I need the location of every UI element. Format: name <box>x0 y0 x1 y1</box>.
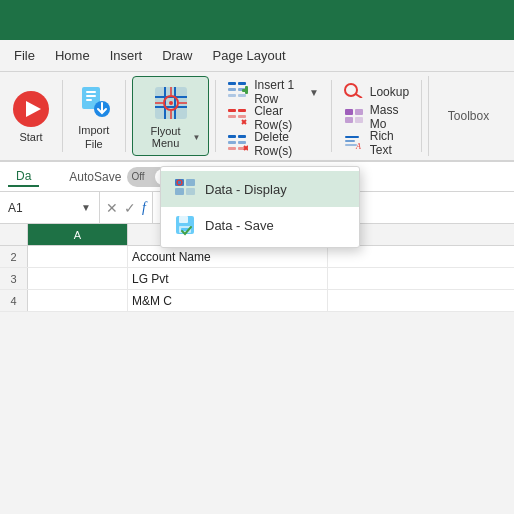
cancel-formula-icon[interactable]: ✕ <box>106 200 118 216</box>
svg-rect-53 <box>186 188 195 195</box>
toggle-off-label: Off <box>131 171 144 182</box>
menu-home[interactable]: Home <box>45 44 100 67</box>
separator-4 <box>331 80 332 152</box>
clear-row-icon <box>228 109 248 128</box>
data-display-icon <box>173 177 197 201</box>
dropdown-item-data-save[interactable]: Data - Save <box>161 207 359 243</box>
cell-A3[interactable] <box>28 268 128 289</box>
svg-rect-60 <box>179 216 188 223</box>
lookup-button[interactable]: Lookup <box>338 80 415 103</box>
separator-1 <box>62 80 63 152</box>
svg-rect-18 <box>228 82 236 85</box>
lookup-icon <box>344 82 364 101</box>
autosave-label: AutoSave <box>69 170 121 184</box>
svg-rect-47 <box>345 140 355 142</box>
svg-rect-23 <box>238 94 246 97</box>
toolbox-label: Toolbox <box>448 109 489 123</box>
dropdown-data-display-label: Data - Display <box>205 182 287 197</box>
svg-rect-45 <box>355 117 363 123</box>
cell-B2[interactable]: Account Name <box>128 246 328 267</box>
table-row: 4 M&M C <box>0 290 514 312</box>
delete-row-button[interactable]: Delete Row(s) <box>222 132 325 156</box>
top-bar <box>0 0 514 40</box>
lookup-label: Lookup <box>370 85 409 99</box>
cell-reference: A1 <box>8 201 23 215</box>
svg-point-40 <box>345 84 357 96</box>
separator-3 <box>215 80 216 152</box>
insert-row-chevron-icon[interactable]: ▼ <box>309 87 319 98</box>
rich-text-icon: A <box>344 134 364 153</box>
table-row: 3 LG Pvt <box>0 268 514 290</box>
flyout-menu-button[interactable]: Flyout Menu ▼ <box>132 76 210 156</box>
svg-rect-33 <box>238 135 246 138</box>
start-icon <box>11 89 51 129</box>
rich-text-button[interactable]: A Rich Text <box>338 131 415 155</box>
ribbon: Start Import File <box>0 72 514 162</box>
clear-row-label: Clear Row(s) <box>254 104 319 132</box>
corner-cell <box>0 224 28 245</box>
clear-row-button[interactable]: Clear Row(s) <box>222 106 325 130</box>
svg-rect-42 <box>345 109 353 115</box>
flyout-icon <box>151 83 191 123</box>
import-file-button[interactable]: Import File <box>69 76 119 156</box>
svg-point-13 <box>169 101 173 105</box>
flyout-chevron-icon: ▼ <box>192 133 200 142</box>
ribbon-col-tools: Lookup Mass Mo A <box>338 76 415 156</box>
name-box[interactable]: A1 ▼ <box>0 192 100 223</box>
start-button[interactable]: Start <box>6 76 56 156</box>
ribbon-col-insert: Insert 1 Row ▼ Clear Row(s) <box>222 76 325 156</box>
sub-tab-data[interactable]: Da <box>8 167 39 187</box>
svg-rect-20 <box>228 88 236 91</box>
flyout-dropdown-menu: Data - Display Data - Save <box>160 166 360 248</box>
menu-file[interactable]: File <box>4 44 45 67</box>
svg-text:A: A <box>355 142 361 150</box>
cell-B4[interactable]: M&M C <box>128 290 328 311</box>
svg-rect-26 <box>228 109 236 112</box>
fx-icon[interactable]: f <box>142 200 146 216</box>
svg-rect-29 <box>238 115 246 118</box>
confirm-formula-icon[interactable]: ✓ <box>124 200 136 216</box>
data-save-icon <box>173 213 197 237</box>
insert-row-button[interactable]: Insert 1 Row ▼ <box>222 80 325 104</box>
dropdown-item-data-display[interactable]: Data - Display <box>161 171 359 207</box>
cell-B3[interactable]: LG Pvt <box>128 268 328 289</box>
col-header-A[interactable]: A <box>28 224 128 245</box>
autosave-area: AutoSave Off <box>69 167 173 187</box>
svg-rect-46 <box>345 136 359 138</box>
formula-icons: ✕ ✓ f <box>100 192 153 223</box>
svg-rect-43 <box>355 109 363 115</box>
separator-2 <box>125 80 126 152</box>
insert-row-icon <box>228 82 248 102</box>
row-header-2: 2 <box>0 246 28 267</box>
svg-rect-44 <box>345 117 353 123</box>
insert-row-label: Insert 1 Row <box>254 78 303 106</box>
svg-rect-3 <box>86 91 96 93</box>
svg-rect-27 <box>238 109 246 112</box>
menu-bar: File Home Insert Draw Page Layout <box>0 40 514 72</box>
svg-rect-22 <box>228 94 236 97</box>
flyout-label: Flyout Menu ▼ <box>141 125 201 149</box>
rich-text-label: Rich Text <box>370 129 409 157</box>
svg-rect-19 <box>238 82 246 85</box>
menu-draw[interactable]: Draw <box>152 44 202 67</box>
menu-page-layout[interactable]: Page Layout <box>203 44 296 67</box>
svg-rect-5 <box>86 99 92 101</box>
dropdown-data-save-label: Data - Save <box>205 218 274 233</box>
svg-rect-52 <box>175 188 184 195</box>
mass-mo-button[interactable]: Mass Mo <box>338 105 415 129</box>
svg-rect-25 <box>242 89 248 92</box>
svg-rect-34 <box>228 141 236 144</box>
row-header-3: 3 <box>0 268 28 289</box>
mass-mo-label: Mass Mo <box>370 103 409 131</box>
separator-5 <box>421 80 422 152</box>
import-label: Import File <box>78 123 109 152</box>
svg-rect-4 <box>86 95 96 97</box>
menu-insert[interactable]: Insert <box>100 44 153 67</box>
name-box-chevron-icon: ▼ <box>81 202 91 213</box>
cell-A4[interactable] <box>28 290 128 311</box>
svg-rect-32 <box>228 135 236 138</box>
toolbox-section: Toolbox <box>428 76 508 156</box>
svg-rect-28 <box>228 115 236 118</box>
start-label: Start <box>19 131 42 143</box>
cell-A2[interactable] <box>28 246 128 267</box>
